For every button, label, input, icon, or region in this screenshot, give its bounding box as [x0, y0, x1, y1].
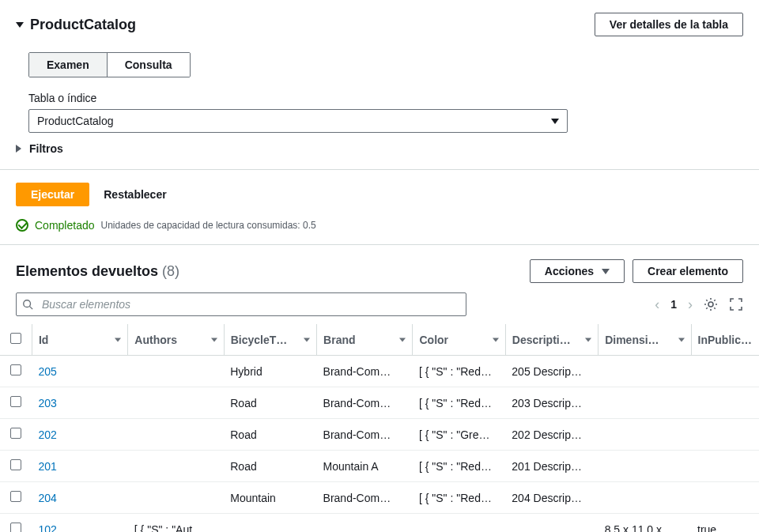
cell-bicycle-type: Hybrid: [224, 356, 316, 387]
cell-color: [ { "S" : "Red…: [413, 451, 505, 482]
collapse-toggle-icon[interactable]: [16, 22, 24, 28]
search-input[interactable]: [16, 292, 466, 316]
col-description[interactable]: Descripti…: [512, 334, 571, 346]
results-table: Id Authors BicycleT… Brand Color Descrip…: [0, 324, 759, 532]
col-brand[interactable]: Brand: [323, 334, 355, 346]
cell-dimensions: [599, 451, 691, 482]
cell-bicycle-type: Road: [224, 451, 316, 482]
cell-inpublication: true: [691, 514, 759, 533]
cell-description: 205 Descrip…: [505, 356, 598, 387]
cell-inpublication: [691, 451, 759, 482]
cell-authors: [128, 387, 224, 419]
row-checkbox[interactable]: [10, 459, 21, 470]
cell-authors: [128, 451, 224, 482]
cell-brand: [317, 514, 413, 533]
id-link[interactable]: 202: [38, 428, 56, 441]
dropdown-icon: [551, 119, 559, 124]
dropdown-icon: [602, 269, 610, 274]
table-row: 102[ { "S" : "Aut…8.5 x 11.0 x…true: [0, 514, 759, 533]
svg-point-2: [708, 302, 713, 307]
cell-description: [505, 514, 598, 533]
capacity-consumed-text: Unidades de capacidad de lectura consumi…: [101, 220, 316, 231]
select-all-checkbox[interactable]: [10, 333, 21, 344]
col-id[interactable]: Id: [39, 334, 48, 346]
sort-icon[interactable]: [493, 338, 499, 341]
view-table-details-button[interactable]: Ver detalles de la tabla: [595, 13, 743, 36]
table-row: 204MountainBrand-Com…[ { "S" : "Red…204 …: [0, 482, 759, 514]
cell-description: 204 Descrip…: [505, 482, 598, 514]
success-icon: [16, 219, 28, 232]
cell-inpublication: [691, 387, 759, 419]
col-authors[interactable]: Authors: [134, 334, 177, 346]
cell-description: 201 Descrip…: [505, 451, 598, 482]
cell-bicycle-type: Road: [224, 387, 316, 419]
col-inpublication[interactable]: InPublic…: [698, 334, 752, 346]
cell-dimensions: [599, 419, 691, 451]
cell-dimensions: [599, 387, 691, 419]
row-checkbox[interactable]: [10, 523, 21, 532]
tab-consulta[interactable]: Consulta: [107, 53, 190, 77]
page-title: ProductCatalog: [30, 17, 136, 33]
tab-examen[interactable]: Examen: [29, 53, 107, 77]
results-count: (8): [162, 263, 179, 279]
execute-button[interactable]: Ejecutar: [16, 183, 89, 206]
cell-authors: [128, 482, 224, 514]
row-checkbox[interactable]: [10, 396, 21, 407]
status-text: Completado: [35, 219, 95, 232]
cell-description: 203 Descrip…: [505, 387, 598, 419]
cell-authors: [128, 356, 224, 387]
index-select-value: ProductCatalog: [37, 115, 114, 127]
index-select[interactable]: ProductCatalog: [28, 109, 568, 133]
sort-icon[interactable]: [304, 338, 310, 341]
search-icon: [22, 299, 33, 310]
id-link[interactable]: 203: [38, 397, 56, 409]
table-row: 203RoadBrand-Com…[ { "S" : "Red…203 Desc…: [0, 387, 759, 419]
fullscreen-icon: [729, 297, 743, 311]
cell-bicycle-type: Road: [224, 419, 316, 451]
table-row: 201RoadMountain A[ { "S" : "Red…201 Desc…: [0, 451, 759, 482]
index-label: Tabla o índice: [28, 92, 731, 104]
filters-label[interactable]: Filtros: [29, 142, 63, 155]
table-row: 202RoadBrand-Com…[ { "S" : "Gre…202 Desc…: [0, 419, 759, 451]
cell-inpublication: [691, 482, 759, 514]
actions-dropdown-button[interactable]: Acciones: [530, 259, 625, 283]
col-dimensions[interactable]: Dimensi…: [605, 334, 659, 346]
cell-brand: Brand-Com…: [317, 356, 413, 387]
row-checkbox[interactable]: [10, 428, 21, 439]
col-color[interactable]: Color: [419, 334, 448, 346]
create-item-button[interactable]: Crear elemento: [632, 259, 743, 283]
settings-button[interactable]: [704, 297, 718, 311]
sort-icon[interactable]: [399, 338, 406, 341]
sort-icon[interactable]: [115, 338, 121, 341]
id-link[interactable]: 205: [38, 365, 56, 378]
cell-inpublication: [691, 356, 759, 387]
page-next-button[interactable]: ›: [688, 296, 693, 313]
reset-button[interactable]: Restablecer: [104, 188, 166, 201]
row-checkbox[interactable]: [10, 364, 21, 375]
col-bicycle-type[interactable]: BicycleT…: [231, 334, 288, 346]
cell-dimensions: [599, 356, 691, 387]
cell-bicycle-type: Mountain: [224, 482, 316, 514]
page-prev-button[interactable]: ‹: [655, 296, 659, 313]
cell-color: [ { "S" : "Gre…: [413, 419, 505, 451]
sort-icon[interactable]: [678, 338, 685, 341]
id-link[interactable]: 204: [38, 492, 56, 504]
filters-expand-icon[interactable]: [16, 145, 21, 153]
svg-point-0: [24, 300, 31, 308]
cell-authors: [128, 419, 224, 451]
cell-color: [ { "S" : "Red…: [413, 482, 505, 514]
sort-icon[interactable]: [211, 338, 217, 341]
fullscreen-button[interactable]: [729, 297, 743, 311]
id-link[interactable]: 201: [38, 460, 56, 473]
results-title: Elementos devueltos: [16, 263, 158, 279]
scan-query-tabs: Examen Consulta: [28, 52, 191, 77]
sort-icon[interactable]: [585, 338, 591, 341]
cell-brand: Brand-Com…: [317, 482, 413, 514]
table-row: 205HybridBrand-Com…[ { "S" : "Red…205 De…: [0, 356, 759, 387]
page-number: 1: [670, 298, 677, 311]
row-checkbox[interactable]: [10, 491, 21, 502]
id-link[interactable]: 102: [38, 523, 56, 533]
cell-inpublication: [691, 419, 759, 451]
cell-description: 202 Descrip…: [505, 419, 598, 451]
actions-dropdown-label: Acciones: [545, 265, 594, 277]
